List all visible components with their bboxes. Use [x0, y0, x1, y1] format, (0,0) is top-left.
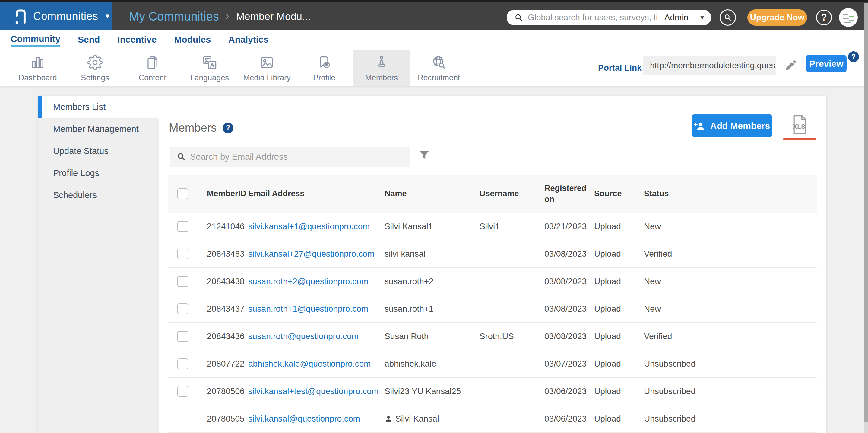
avatar[interactable] — [839, 8, 858, 27]
cell-source: Upload — [594, 350, 621, 377]
tab-analytics[interactable]: Analytics — [228, 34, 269, 46]
tab-modules[interactable]: Modules — [174, 34, 211, 46]
filter-funnel-icon[interactable] — [417, 149, 431, 164]
row-checkbox[interactable] — [177, 386, 188, 397]
chevron-down-icon: ▼ — [104, 13, 111, 20]
cell-name: silvi kansal — [384, 240, 425, 267]
toolbar-item-content[interactable]: Content — [124, 51, 181, 86]
toolbar-item-members[interactable]: Members — [353, 51, 410, 86]
header-bar: Communities ▼ My Communities › Member Mo… — [0, 2, 868, 30]
pages-icon — [145, 55, 160, 70]
row-checkbox[interactable] — [177, 276, 188, 287]
toolbar-item-recruitment[interactable]: Recruitment — [410, 51, 467, 86]
cell-member-id: 20807722 — [207, 350, 245, 377]
toolbar-item-settings[interactable]: Settings — [66, 51, 124, 86]
toolbar-item-dashboard[interactable]: Dashboard — [9, 51, 66, 86]
cell-email-link[interactable]: abhishek.kale@questionpro.com — [248, 350, 371, 377]
sidebar-item-update-status[interactable]: Update Status — [38, 140, 159, 162]
toolbar-item-label: Recruitment — [418, 73, 460, 82]
preview-button[interactable]: Preview — [806, 55, 846, 73]
toolbar-item-label: Content — [138, 73, 166, 82]
cell-member-id: 20780505 — [207, 405, 245, 432]
cell-source: Upload — [594, 295, 621, 322]
cell-source: Upload — [594, 268, 621, 295]
cell-email-link[interactable]: susan.roth@questionpro.com — [248, 323, 359, 350]
header-search-button[interactable] — [720, 9, 736, 26]
toolbar-item-profile[interactable]: Profile — [296, 51, 353, 86]
cell-email-link[interactable]: silvi.kansal+1@questionpro.com — [248, 213, 370, 240]
toolbar-item-label: Profile — [313, 73, 335, 82]
cell-username: Silvi1 — [479, 213, 500, 240]
module-toolbar: Dashboard Settings Content Languages Med… — [0, 51, 868, 86]
help-icon[interactable]: ? — [223, 123, 234, 134]
add-members-label: Add Members — [710, 121, 770, 131]
row-checkbox[interactable] — [177, 358, 188, 369]
cell-member-id: 20780506 — [207, 378, 245, 405]
cell-name: susan.roth+1 — [384, 295, 434, 322]
tab-community[interactable]: Community — [10, 34, 60, 47]
cell-status: New — [644, 268, 661, 295]
portal-link-dropdown[interactable]: Portal Link ▼ — [598, 63, 650, 73]
row-checkbox[interactable] — [177, 331, 188, 342]
column-header-username: Username — [479, 175, 519, 213]
cell-member-id: 20843483 — [207, 240, 245, 267]
breadcrumb-parent[interactable]: My Communities — [129, 10, 219, 23]
column-header-source: Source — [594, 175, 622, 213]
toolbar-item-label: Dashboard — [19, 73, 57, 82]
cell-registered-on: 03/06/2023 — [545, 405, 590, 432]
cell-registered-on: 03/08/2023 — [545, 268, 590, 295]
search-icon — [177, 152, 186, 161]
members-table: MemberID Email Address Name Username Reg… — [168, 175, 817, 433]
upgrade-now-button[interactable]: Upgrade Now — [747, 9, 807, 26]
search-icon — [515, 13, 523, 22]
cell-status: New — [644, 295, 661, 322]
scrollbar-thumb[interactable] — [864, 3, 868, 422]
row-checkbox[interactable] — [177, 304, 188, 314]
global-search-input[interactable] — [528, 13, 657, 22]
search-icon — [724, 13, 732, 22]
content-card: Members List Member Management Update St… — [38, 96, 826, 433]
cell-email-link[interactable]: silvi.kansal+27@questionpro.com — [248, 240, 374, 267]
table-row: 20843438 susan.roth+2@questionpro.com su… — [168, 268, 817, 295]
image-icon — [259, 55, 275, 70]
cell-member-id: 20843437 — [207, 295, 245, 322]
primary-nav: Community Send Incentive Modules Analyti… — [0, 30, 868, 51]
cell-source: Upload — [594, 240, 621, 267]
scrollbar-track — [864, 422, 868, 433]
cell-status: Unsubscribed — [644, 378, 695, 405]
search-scope-value[interactable]: Admin — [664, 13, 688, 22]
edit-pencil-icon[interactable] — [784, 59, 798, 73]
cell-registered-on: 03/21/2023 — [545, 213, 590, 240]
bar-chart-icon — [30, 55, 45, 70]
column-header-email: Email Address — [248, 175, 305, 213]
select-all-checkbox[interactable] — [177, 189, 188, 199]
toolbar-item-languages[interactable]: Languages — [181, 51, 238, 86]
row-checkbox[interactable] — [177, 221, 188, 232]
top-strip — [0, 0, 868, 2]
tab-incentive[interactable]: Incentive — [117, 34, 157, 46]
global-search[interactable]: Admin ▼ — [507, 10, 711, 25]
tab-send[interactable]: Send — [78, 34, 100, 46]
sidebar-item-members-list[interactable]: Members List — [38, 96, 159, 118]
cell-name: Susan Roth — [384, 323, 429, 350]
add-members-button[interactable]: Add Members — [692, 114, 772, 137]
member-search[interactable] — [170, 147, 410, 167]
table-row: 20807722 abhishek.kale@questionpro.com a… — [168, 350, 817, 378]
sidebar-item-profile-logs[interactable]: Profile Logs — [38, 162, 159, 184]
cell-email-link[interactable]: silvi.kansal@questionpro.com — [248, 405, 360, 432]
member-search-input[interactable] — [190, 152, 383, 162]
help-icon[interactable]: ? — [848, 51, 859, 62]
portal-url-field[interactable]: http://membermoduletesting.questio — [643, 56, 776, 75]
row-checkbox[interactable] — [177, 249, 188, 259]
chevron-down-icon[interactable]: ▼ — [699, 14, 705, 21]
product-switcher[interactable]: Communities ▼ — [0, 2, 112, 30]
sidebar-item-schedulers[interactable]: Schedulers — [38, 184, 159, 206]
toolbar-item-media-library[interactable]: Media Library — [238, 51, 296, 86]
sidebar-item-member-management[interactable]: Member Management — [38, 118, 159, 140]
cell-email-link[interactable]: susan.roth+2@questionpro.com — [248, 268, 368, 295]
help-button[interactable]: ? — [816, 10, 832, 25]
table-row: 20780506 silvi.kansal+test@questionpro.c… — [168, 378, 817, 405]
export-xls-button[interactable]: XLS — [790, 114, 809, 135]
cell-email-link[interactable]: silvi.kansal+test@questionpro.com — [248, 378, 378, 405]
cell-email-link[interactable]: susan.roth+1@questionpro.com — [248, 295, 368, 322]
